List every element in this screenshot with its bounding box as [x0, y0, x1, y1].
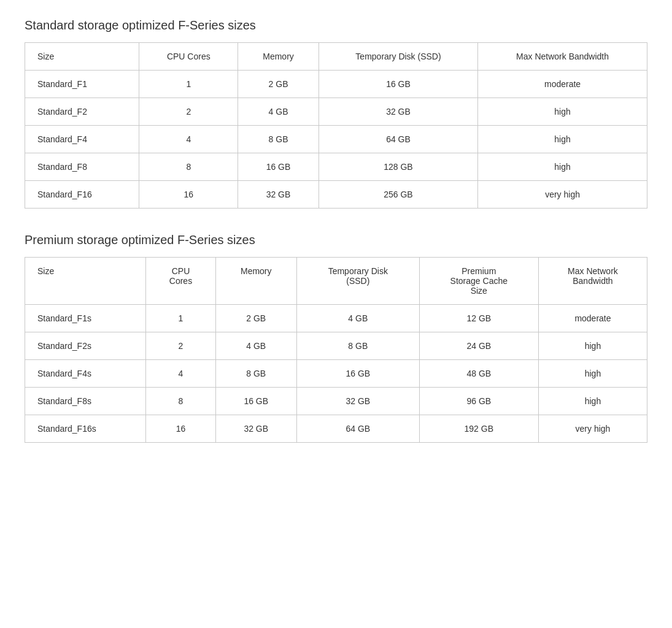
table2-title: Premium storage optimized F-Series sizes [25, 233, 647, 247]
table2-col-bandwidth: Max NetworkBandwidth [538, 258, 647, 305]
table-row: Standard_F161632 GB256 GBvery high [25, 181, 647, 209]
table2-col-size: Size [25, 258, 146, 305]
table2-body: Standard_F1s12 GB4 GB12 GBmoderateStanda… [25, 305, 647, 443]
table2-cell: 8 GB [215, 360, 296, 388]
table1-cell: 2 GB [238, 71, 319, 98]
table2-col-cpu: CPUCores [146, 258, 215, 305]
table2-cell: 48 GB [419, 360, 538, 388]
table1-cell: 8 GB [238, 126, 319, 153]
table1-cell: moderate [478, 71, 647, 98]
table2-col-disk: Temporary Disk(SSD) [296, 258, 419, 305]
table1: Size CPU Cores Memory Temporary Disk (SS… [25, 43, 647, 208]
table1-cell: 32 GB [238, 181, 319, 209]
table-row: Standard_F8816 GB128 GBhigh [25, 153, 647, 181]
table2-cell: 16 GB [215, 388, 296, 415]
table1-header-row: Size CPU Cores Memory Temporary Disk (SS… [25, 43, 647, 71]
table1-cell: high [478, 98, 647, 126]
table2-col-cache: PremiumStorage CacheSize [419, 258, 538, 305]
table1-row-size: Standard_F2 [25, 98, 139, 126]
table-row: Standard_F448 GB64 GBhigh [25, 126, 647, 153]
table2-cell: 12 GB [419, 305, 538, 332]
table1-cell: 128 GB [319, 153, 477, 181]
table1-col-cpu: CPU Cores [139, 43, 238, 71]
table2-row-size: Standard_F8s [25, 388, 146, 415]
table1-cell: 8 [139, 153, 238, 181]
table1-row-size: Standard_F1 [25, 71, 139, 98]
table2-cell: 16 GB [296, 360, 419, 388]
table1-cell: 64 GB [319, 126, 477, 153]
table2-cell: high [538, 332, 647, 360]
table2-cell: 8 [146, 388, 215, 415]
table1-cell: 32 GB [319, 98, 477, 126]
table1-cell: 256 GB [319, 181, 477, 209]
table2-cell: 192 GB [419, 415, 538, 443]
table1-row-size: Standard_F4 [25, 126, 139, 153]
table2-cell: high [538, 388, 647, 415]
table1-cell: high [478, 126, 647, 153]
table2-header-row: Size CPUCores Memory Temporary Disk(SSD)… [25, 258, 647, 305]
table1-container: Size CPU Cores Memory Temporary Disk (SS… [25, 42, 647, 209]
table2-cell: 2 [146, 332, 215, 360]
page-content: Standard storage optimized F-Series size… [25, 18, 647, 443]
table-row: Standard_F1s12 GB4 GB12 GBmoderate [25, 305, 647, 332]
table2-row-size: Standard_F16s [25, 415, 146, 443]
table1-col-size: Size [25, 43, 139, 71]
table2-row-size: Standard_F2s [25, 332, 146, 360]
table2-row-size: Standard_F1s [25, 305, 146, 332]
table1-body: Standard_F112 GB16 GBmoderateStandard_F2… [25, 71, 647, 209]
table2-cell: 32 GB [215, 415, 296, 443]
table2-cell: 2 GB [215, 305, 296, 332]
table1-title: Standard storage optimized F-Series size… [25, 18, 647, 33]
table1-col-bandwidth: Max Network Bandwidth [478, 43, 647, 71]
table2-col-memory: Memory [215, 258, 296, 305]
table1-cell: high [478, 153, 647, 181]
table2-cell: very high [538, 415, 647, 443]
table2-cell: 32 GB [296, 388, 419, 415]
table-row: Standard_F224 GB32 GBhigh [25, 98, 647, 126]
table2-cell: 64 GB [296, 415, 419, 443]
table1-row-size: Standard_F16 [25, 181, 139, 209]
table2-cell: 1 [146, 305, 215, 332]
table1-row-size: Standard_F8 [25, 153, 139, 181]
table2-cell: 4 GB [215, 332, 296, 360]
table2-cell: 24 GB [419, 332, 538, 360]
table1-cell: 16 GB [319, 71, 477, 98]
table2-cell: 16 [146, 415, 215, 443]
table1-cell: 4 GB [238, 98, 319, 126]
table1-cell: very high [478, 181, 647, 209]
table-row: Standard_F4s48 GB16 GB48 GBhigh [25, 360, 647, 388]
table2-cell: moderate [538, 305, 647, 332]
table1-col-disk: Temporary Disk (SSD) [319, 43, 477, 71]
table1-cell: 1 [139, 71, 238, 98]
table2-cell: 8 GB [296, 332, 419, 360]
table1-cell: 16 GB [238, 153, 319, 181]
table1-col-memory: Memory [238, 43, 319, 71]
table2-cell: 96 GB [419, 388, 538, 415]
table-row: Standard_F112 GB16 GBmoderate [25, 71, 647, 98]
table2-cell: high [538, 360, 647, 388]
table-row: Standard_F16s1632 GB64 GB192 GBvery high [25, 415, 647, 443]
table-row: Standard_F2s24 GB8 GB24 GBhigh [25, 332, 647, 360]
table1-cell: 4 [139, 126, 238, 153]
table2: Size CPUCores Memory Temporary Disk(SSD)… [25, 258, 647, 442]
table2-row-size: Standard_F4s [25, 360, 146, 388]
table1-cell: 16 [139, 181, 238, 209]
table2-container: Size CPUCores Memory Temporary Disk(SSD)… [25, 257, 647, 443]
table2-cell: 4 [146, 360, 215, 388]
table1-cell: 2 [139, 98, 238, 126]
table-row: Standard_F8s816 GB32 GB96 GBhigh [25, 388, 647, 415]
table2-cell: 4 GB [296, 305, 419, 332]
